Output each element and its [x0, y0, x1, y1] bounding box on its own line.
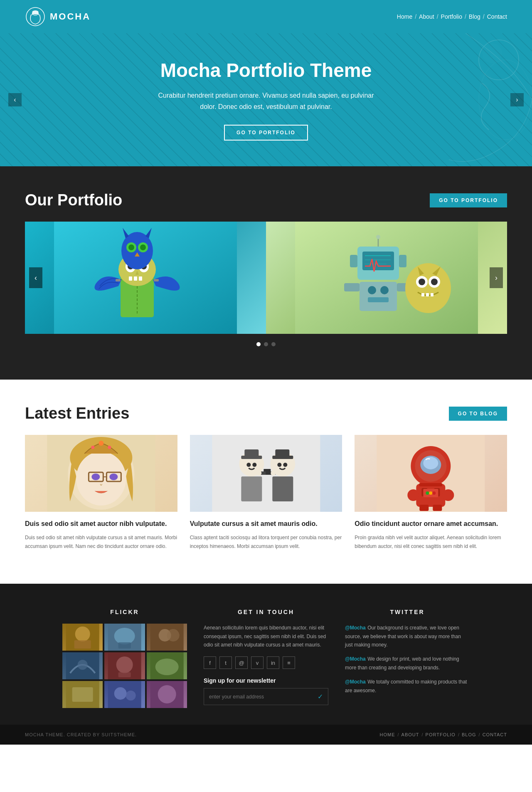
portfolio-cta-button[interactable]: GO TO PORTFOLIO	[430, 193, 507, 207]
footer-nav-home[interactable]: HOME	[380, 732, 395, 737]
flickr-thumb-9[interactable]	[147, 681, 187, 708]
svg-point-45	[405, 263, 451, 313]
svg-point-40	[368, 286, 376, 294]
tweet-3-handle[interactable]: @Mocha	[345, 679, 366, 685]
svg-rect-50	[421, 293, 424, 296]
flickr-thumb-6[interactable]	[147, 652, 187, 679]
portfolio-item-1[interactable]	[25, 222, 266, 334]
nav-contact[interactable]: Contact	[487, 13, 507, 20]
flickr-thumb-4[interactable]	[62, 652, 103, 679]
blog-card-3: Odio tincidunt auctor ornare amet accums…	[355, 435, 507, 550]
svg-point-84	[256, 471, 261, 476]
tweet-1: @Mocha Our background is creative, we lo…	[345, 624, 470, 649]
svg-point-36	[376, 235, 380, 239]
svg-point-107	[114, 628, 135, 644]
svg-rect-27	[154, 279, 159, 281]
nav-about[interactable]: About	[419, 13, 434, 20]
hero-next-button[interactable]: ›	[510, 93, 524, 106]
hero-prev-button[interactable]: ‹	[8, 93, 22, 106]
svg-rect-83	[266, 469, 271, 475]
svg-rect-26	[116, 279, 121, 281]
footer-nav-about[interactable]: ABOUT	[401, 732, 419, 737]
newsletter-input[interactable]	[204, 690, 313, 704]
footer-nav-portfolio[interactable]: PORTFOLIO	[426, 732, 456, 737]
twitter-title: TWITTER	[345, 609, 470, 615]
hero-title: Mocha Portfolio Theme	[160, 59, 372, 81]
flickr-thumb-1[interactable]	[62, 624, 103, 651]
social-at[interactable]: @	[235, 656, 248, 669]
svg-point-0	[26, 7, 44, 26]
dot-2[interactable]	[264, 342, 268, 346]
svg-point-122	[114, 687, 127, 700]
tweet-2: @Mocha We design for print, web and love…	[345, 655, 470, 672]
blog-image-2[interactable]	[190, 435, 342, 512]
social-rss[interactable]: ≡	[283, 656, 295, 669]
blog-image-1[interactable]	[25, 435, 177, 512]
tweet-2-handle[interactable]: @Mocha	[345, 656, 366, 662]
svg-point-100	[443, 489, 454, 501]
svg-point-48	[419, 279, 425, 285]
svg-rect-51	[426, 293, 429, 296]
svg-rect-81	[272, 476, 293, 501]
portfolio-prev-button[interactable]: ‹	[29, 267, 42, 288]
contact-title: GET IN TOUCH	[204, 609, 328, 615]
blog-card-1-title: Duis sed odio sit amet auctor nibh vulpu…	[25, 519, 177, 528]
footer-bottom: MOCHA THEME. CREATED BY SUITSTHEME. HOME…	[0, 725, 532, 745]
svg-rect-70	[244, 449, 259, 458]
hero-section: ‹ Mocha Portfolio Theme Curabitur hendre…	[0, 33, 532, 166]
flickr-img-2	[104, 624, 145, 651]
dot-3[interactable]	[271, 342, 276, 346]
flickr-thumb-3[interactable]	[147, 624, 187, 651]
blog-header: Latest Entries GO TO BLOG	[25, 405, 507, 422]
newsletter-form: ✓	[204, 688, 328, 705]
hero-cta-button[interactable]: GO TO PORTFOLIO	[224, 125, 308, 141]
flickr-thumb-2[interactable]	[104, 624, 145, 651]
logo-icon	[25, 6, 46, 27]
flickr-img-9	[147, 681, 187, 708]
blog-image-3[interactable]	[355, 435, 507, 512]
blog-cta-button[interactable]: GO TO BLOG	[449, 407, 507, 421]
footer-sep-2: /	[422, 732, 423, 737]
hero-next-icon: ›	[516, 96, 518, 104]
newsletter-submit-button[interactable]: ✓	[313, 688, 328, 705]
logo[interactable]: MOCHA	[25, 6, 91, 27]
main-nav: Home / About / Portfolio / Blog / Contac…	[397, 13, 507, 20]
tweet-1-handle[interactable]: @Mocha	[345, 625, 366, 631]
nav-portfolio[interactable]: Portfolio	[441, 13, 462, 20]
nav-home[interactable]: Home	[397, 13, 412, 20]
nav-blog[interactable]: Blog	[469, 13, 480, 20]
svg-rect-73	[241, 476, 262, 501]
svg-point-72	[252, 463, 256, 467]
blog-art-3	[355, 435, 507, 512]
flickr-img-8	[104, 681, 145, 708]
svg-point-80	[283, 463, 287, 467]
svg-rect-16	[134, 276, 137, 281]
site-header: MOCHA Home / About / Portfolio / Blog / …	[0, 0, 532, 33]
blog-art-1	[25, 435, 177, 512]
blog-card-3-excerpt: Proin gravida nibh vel velit auctor aliq…	[355, 533, 507, 550]
svg-point-79	[277, 463, 281, 467]
portfolio-header: Our Portfolio GO TO PORTFOLIO	[25, 191, 507, 209]
footer-nav-contact[interactable]: CONTACT	[483, 732, 507, 737]
flickr-thumb-5[interactable]	[104, 652, 145, 679]
blog-art-2	[190, 435, 342, 512]
social-linkedin[interactable]: in	[267, 656, 279, 669]
flickr-thumb-7[interactable]	[62, 681, 103, 708]
portfolio-prev-icon: ‹	[34, 274, 37, 282]
social-vimeo[interactable]: v	[251, 656, 264, 669]
portfolio-art-2	[266, 222, 507, 334]
portfolio-next-button[interactable]: ›	[490, 267, 503, 288]
flickr-title: FLICKR	[62, 609, 187, 615]
flickr-thumb-8[interactable]	[104, 681, 145, 708]
flickr-grid	[62, 624, 187, 708]
social-facebook[interactable]: f	[204, 656, 216, 669]
hero-prev-icon: ‹	[14, 96, 16, 104]
footer-nav-blog[interactable]: BLOG	[462, 732, 476, 737]
svg-point-111	[167, 629, 179, 641]
svg-point-99	[408, 489, 419, 501]
dot-1[interactable]	[256, 342, 261, 346]
svg-rect-38	[399, 255, 406, 267]
svg-point-104	[75, 627, 90, 641]
social-twitter[interactable]: t	[219, 656, 232, 669]
portfolio-item-2[interactable]	[266, 222, 507, 334]
